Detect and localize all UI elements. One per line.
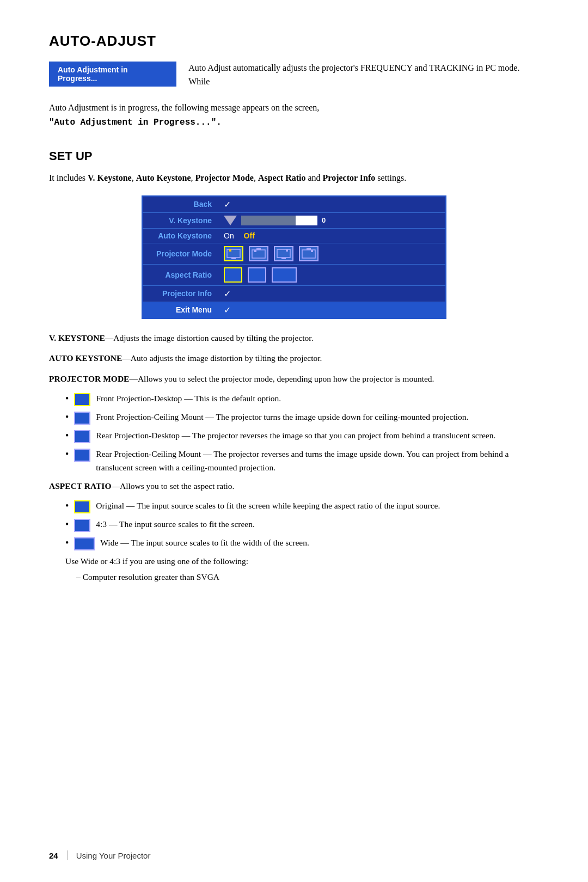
svg-rect-12	[311, 250, 313, 252]
projectormode-bullet-3: • Rear Projection-Desktop — The projecto…	[65, 429, 539, 443]
auto-adjust-note: Auto Adjustment is in progress, the foll…	[49, 101, 539, 130]
desc-autokeystone: AUTO KEYSTONE—Auto adjusts the image dis…	[49, 351, 539, 365]
aspect-icon-original	[224, 267, 242, 283]
menu-row-projectorinfo: Projector Info ✓	[142, 285, 446, 302]
aspect-use-note: Use Wide or 4:3 if you are using one of …	[65, 555, 539, 568]
menu-label-aspectratio: Aspect Ratio	[142, 264, 218, 285]
page-number: 24	[49, 851, 58, 860]
menu-label-projectormode: Projector Mode	[142, 243, 218, 264]
icon-aspect-original	[74, 500, 90, 513]
auto-adjust-intro: Auto Adjustment in Progress... Auto Adju…	[49, 62, 539, 92]
aspect-icon-43	[248, 267, 266, 283]
menu-content-exit: ✓	[218, 302, 446, 318]
icon-front-ceiling	[74, 412, 90, 425]
svg-rect-8	[281, 258, 286, 259]
projectormode-bullet-1: • Front Projection-Desktop — This is the…	[65, 392, 539, 406]
desc-aspectratio: ASPECT RATIO—Allows you to set the aspec…	[49, 479, 539, 493]
auto-adjust-banner: Auto Adjustment in Progress...	[49, 62, 176, 87]
menu-label-back: Back	[142, 196, 218, 213]
icon-aspect-43	[74, 519, 90, 532]
mode-icon-front-desktop	[224, 246, 243, 261]
aspectratio-bullet-3: • Wide — The input source scales to fit …	[65, 536, 539, 550]
setup-title: SET UP	[49, 149, 539, 163]
menu-content-vkeystone: 0	[218, 212, 446, 228]
projectormode-bullet-4: • Rear Projection-Ceiling Mount — The pr…	[65, 448, 539, 475]
auto-adjust-right-text: Auto Adjust automatically adjusts the pr…	[188, 62, 539, 89]
menu-label-exit: Exit Menu	[142, 302, 218, 318]
mode-icon-front-ceiling	[249, 246, 268, 261]
menu-label-projectorinfo: Projector Info	[142, 285, 218, 302]
mode-icon-rear-desktop	[274, 246, 293, 261]
svg-rect-9	[286, 249, 288, 252]
menu-content-back: ✓	[218, 196, 446, 213]
mode-icon-rear-ceiling	[299, 246, 318, 261]
aspectratio-bullet-2: • 4:3 — The input source scales to fit t…	[65, 518, 539, 532]
svg-rect-10	[302, 250, 315, 258]
svg-rect-7	[277, 249, 290, 258]
footer-divider	[67, 850, 68, 860]
desc-projectormode: PROJECTOR MODE—Allows you to select the …	[49, 372, 539, 386]
menu-label-vkeystone: V. Keystone	[142, 212, 218, 228]
auto-adjust-monospace: "Auto Adjustment in Progress...".	[49, 118, 222, 127]
menu-content-projectorinfo: ✓	[218, 285, 446, 302]
projectormode-bullets: • Front Projection-Desktop — This is the…	[65, 392, 539, 475]
menu-content-autokeystone: On Off	[218, 228, 446, 243]
auto-adjust-title: AUTO-ADJUST	[49, 33, 539, 50]
menu-row-back: Back ✓	[142, 196, 446, 213]
desc-vkeystone: V. KEYSTONE—Adjusts the image distortion…	[49, 331, 539, 345]
icon-front-desktop	[74, 393, 90, 406]
svg-rect-5	[254, 250, 256, 252]
aspectratio-bullets: • Original — The input source scales to …	[65, 499, 539, 550]
icon-rear-ceiling	[74, 449, 90, 462]
aspect-sub-bullet-1: – Computer resolution greater than SVGA	[76, 571, 539, 584]
svg-rect-1	[231, 258, 236, 259]
menu-row-exit: Exit Menu ✓	[142, 302, 446, 318]
aspect-icon-wide	[272, 267, 297, 283]
setup-intro: It includes V. Keystone, Auto Keystone, …	[49, 171, 539, 185]
icon-rear-desktop	[74, 430, 90, 443]
menu-content-projectormode	[218, 243, 446, 264]
setup-menu-table: Back ✓ V. Keystone 0 Auto Keystone On Of…	[142, 195, 446, 319]
menu-row-autokeystone: Auto Keystone On Off	[142, 228, 446, 243]
menu-row-projectormode: Projector Mode	[142, 243, 446, 264]
svg-rect-2	[229, 249, 231, 252]
aspectratio-bullet-1: • Original — The input source scales to …	[65, 499, 539, 513]
menu-row-aspectratio: Aspect Ratio	[142, 264, 446, 285]
projectormode-bullet-2: • Front Projection-Ceiling Mount — The p…	[65, 411, 539, 425]
menu-row-vkeystone: V. Keystone 0	[142, 212, 446, 228]
menu-label-autokeystone: Auto Keystone	[142, 228, 218, 243]
menu-content-aspectratio	[218, 264, 446, 285]
icon-aspect-wide	[74, 537, 95, 550]
page-footer: 24 Using Your Projector	[0, 850, 588, 860]
svg-rect-0	[227, 249, 240, 258]
footer-text: Using Your Projector	[76, 851, 151, 860]
svg-rect-3	[252, 250, 265, 258]
